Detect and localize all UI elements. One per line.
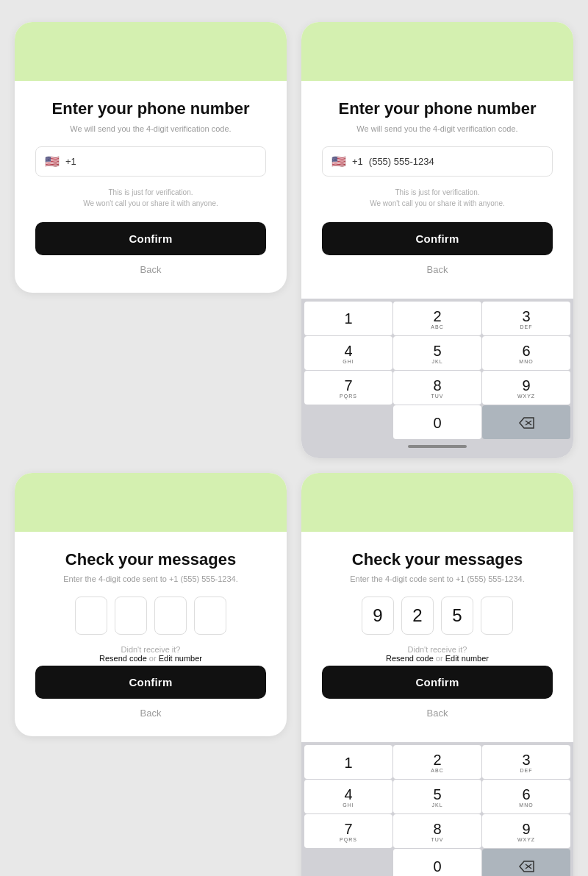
key-5[interactable]: 5JKL bbox=[393, 336, 481, 370]
card-header-green-1 bbox=[15, 22, 287, 81]
key4-9[interactable]: 9WXYZ bbox=[482, 814, 570, 848]
keypad-grid-2: 1 2ABC 3DEF 4GHI 5JKL 6MNO 7PQRS 8TUV 9W… bbox=[304, 302, 570, 439]
screen3-subtitle: Enter the 4-digit code sent to +1 (555) … bbox=[35, 574, 266, 583]
code-inputs-4: 9 2 5 bbox=[322, 597, 553, 635]
phone-input-row-1[interactable]: 🇺🇸 +1 bbox=[35, 146, 266, 177]
home-indicator-2 bbox=[304, 439, 570, 455]
edit-number-link-3[interactable]: Edit number bbox=[159, 654, 202, 663]
card-header-green-4 bbox=[301, 473, 573, 532]
screen1-title: Enter your phone number bbox=[35, 99, 266, 120]
code-inputs-3 bbox=[35, 597, 266, 635]
confirm-button-1[interactable]: Confirm bbox=[35, 222, 266, 255]
key-4[interactable]: 4GHI bbox=[304, 336, 392, 370]
back-link-3[interactable]: Back bbox=[35, 708, 266, 722]
screen3-title: Check your messages bbox=[35, 549, 266, 571]
card-body-3: Check your messages Enter the 4-digit co… bbox=[15, 532, 287, 737]
screen4-title: Check your messages bbox=[322, 549, 553, 571]
screen2-title: Enter your phone number bbox=[322, 99, 553, 120]
check-messages-keypad-card: Check your messages Enter the 4-digit co… bbox=[301, 473, 573, 876]
code-box-4-1[interactable]: 9 bbox=[362, 597, 394, 635]
screen4-subtitle: Enter the 4-digit code sent to +1 (555) … bbox=[322, 574, 553, 583]
phone-value-2: (555) 555-1234 bbox=[369, 156, 543, 167]
flag-emoji-2: 🇺🇸 bbox=[331, 154, 346, 168]
phone-input-row-2[interactable]: 🇺🇸 +1 (555) 555-1234 bbox=[322, 146, 553, 177]
edit-number-link-4[interactable]: Edit number bbox=[445, 654, 489, 663]
key4-1[interactable]: 1 bbox=[304, 745, 392, 779]
card-body-2: Enter your phone number We will send you… bbox=[301, 81, 573, 293]
or-text-3: or bbox=[149, 654, 159, 663]
back-link-1[interactable]: Back bbox=[35, 264, 266, 278]
key4-4[interactable]: 4GHI bbox=[304, 780, 392, 813]
code-box-3-4[interactable] bbox=[194, 597, 226, 635]
code-box-3-3[interactable] bbox=[154, 597, 187, 635]
key-6[interactable]: 6MNO bbox=[482, 336, 570, 370]
or-text-4: or bbox=[436, 654, 445, 663]
resend-code-link-3[interactable]: Resend code bbox=[99, 654, 147, 663]
key-2[interactable]: 2ABC bbox=[393, 302, 481, 335]
screen1-subtitle: We will send you the 4-digit verificatio… bbox=[35, 124, 266, 133]
delete-key[interactable] bbox=[482, 405, 570, 439]
verification-note-2: This is just for verification. We won't … bbox=[322, 187, 553, 209]
key-9[interactable]: 9WXYZ bbox=[482, 371, 570, 405]
confirm-button-3[interactable]: Confirm bbox=[35, 666, 266, 699]
phone-entry-simple-card: Enter your phone number We will send you… bbox=[15, 22, 287, 293]
check-messages-simple-card: Check your messages Enter the 4-digit co… bbox=[15, 473, 287, 737]
key4-7[interactable]: 7PQRS bbox=[304, 814, 392, 848]
country-code-2: +1 bbox=[352, 156, 363, 167]
key4-6[interactable]: 6MNO bbox=[482, 780, 570, 813]
keypad-grid-4: 1 2ABC 3DEF 4GHI 5JKL 6MNO 7PQRS 8TUV 9W… bbox=[304, 745, 570, 876]
resend-row-3: Didn't receive it? Resend code or Edit n… bbox=[35, 645, 266, 663]
keypad-4: 1 2ABC 3DEF 4GHI 5JKL 6MNO 7PQRS 8TUV 9W… bbox=[301, 742, 573, 876]
card-header-green-2 bbox=[301, 22, 573, 81]
key-8[interactable]: 8TUV bbox=[393, 371, 481, 405]
flag-emoji-1: 🇺🇸 bbox=[45, 154, 60, 168]
code-box-3-1[interactable] bbox=[75, 597, 107, 635]
resend-row-4: Didn't receive it? Resend code or Edit n… bbox=[322, 645, 553, 663]
card-body-4: Check your messages Enter the 4-digit co… bbox=[301, 532, 573, 737]
code-box-4-3[interactable]: 5 bbox=[441, 597, 473, 635]
key4-0[interactable]: 0 bbox=[393, 849, 481, 876]
card-header-green-3 bbox=[15, 473, 287, 532]
code-box-4-4[interactable] bbox=[481, 597, 513, 635]
confirm-button-2[interactable]: Confirm bbox=[322, 222, 553, 255]
resend-code-link-4[interactable]: Resend code bbox=[386, 654, 434, 663]
card-body-1: Enter your phone number We will send you… bbox=[15, 81, 287, 293]
code-box-4-2[interactable]: 2 bbox=[401, 597, 434, 635]
key-1[interactable]: 1 bbox=[304, 302, 392, 335]
keypad-2: 1 2ABC 3DEF 4GHI 5JKL 6MNO 7PQRS 8TUV 9W… bbox=[301, 299, 573, 458]
key4-5[interactable]: 5JKL bbox=[393, 780, 481, 813]
delete-key-4[interactable] bbox=[482, 849, 570, 876]
screen2-subtitle: We will send you the 4-digit verificatio… bbox=[322, 124, 553, 133]
key4-3[interactable]: 3DEF bbox=[482, 745, 570, 779]
phone-entry-keypad-card: Enter your phone number We will send you… bbox=[301, 22, 573, 458]
back-link-4[interactable]: Back bbox=[322, 708, 553, 722]
key-7[interactable]: 7PQRS bbox=[304, 371, 392, 405]
key4-8[interactable]: 8TUV bbox=[393, 814, 481, 848]
confirm-button-4[interactable]: Confirm bbox=[322, 666, 553, 699]
key4-2[interactable]: 2ABC bbox=[393, 745, 481, 779]
key-0[interactable]: 0 bbox=[393, 405, 481, 439]
code-box-3-2[interactable] bbox=[115, 597, 147, 635]
verification-note-1: This is just for verification. We won't … bbox=[35, 187, 266, 209]
key-3[interactable]: 3DEF bbox=[482, 302, 570, 335]
back-link-2[interactable]: Back bbox=[322, 264, 553, 278]
country-code-1: +1 bbox=[65, 156, 76, 167]
home-bar-2 bbox=[408, 445, 467, 448]
